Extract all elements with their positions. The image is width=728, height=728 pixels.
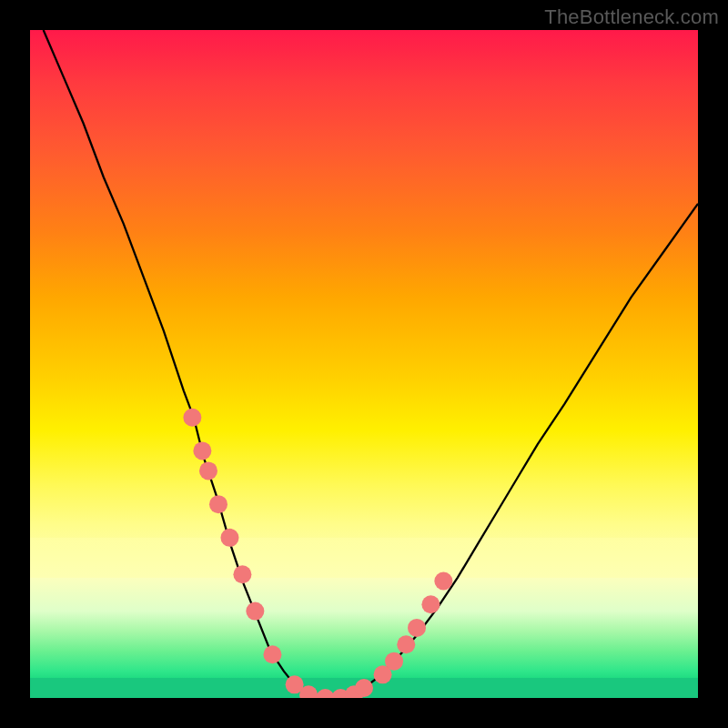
dot (209, 495, 228, 513)
dot (385, 652, 403, 671)
attribution-text: TheBottleneck.com (544, 5, 719, 29)
dot (220, 529, 238, 547)
svg-rect-0 (30, 538, 698, 578)
dot (355, 679, 373, 697)
curve-group (44, 30, 698, 698)
dot (193, 441, 211, 460)
dot (246, 602, 264, 621)
chart-svg (30, 30, 698, 698)
plot-area (30, 30, 698, 698)
dot (408, 619, 426, 637)
yellow-band (30, 538, 698, 578)
dot (434, 572, 452, 591)
chart-container: TheBottleneck.com (0, 0, 728, 728)
dot (199, 461, 217, 480)
dot (183, 409, 201, 427)
dot (233, 565, 251, 583)
dot (397, 635, 415, 653)
dot (421, 595, 440, 613)
dot (263, 645, 281, 663)
